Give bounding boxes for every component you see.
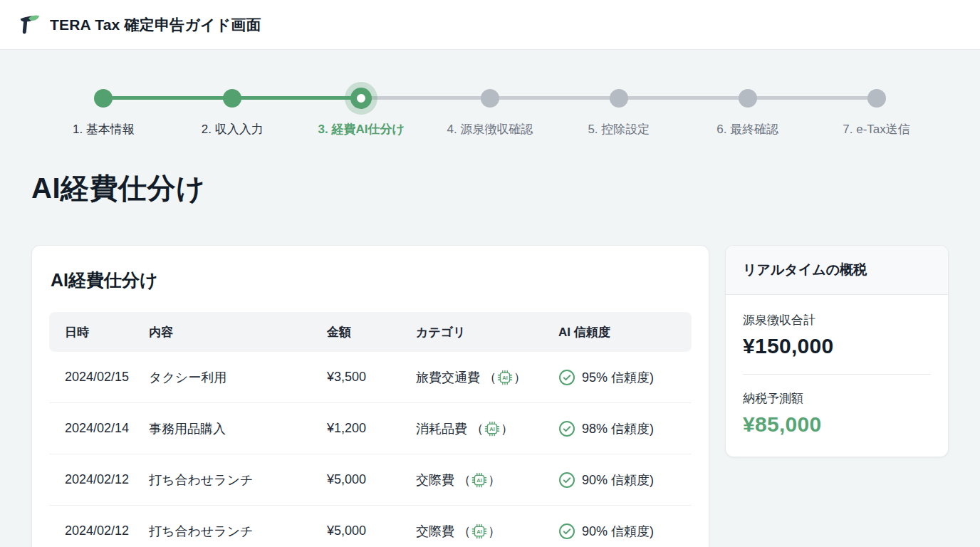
- paren-open: （: [458, 523, 471, 540]
- col-header-description: 内容: [149, 312, 327, 352]
- confidence-label: 90% 信頼度): [582, 472, 654, 489]
- table-header-row: 日時 内容 金額 カテゴリ AI 信頼度: [49, 312, 692, 352]
- expense-confidence: 98% 信頼度): [558, 403, 692, 454]
- expense-card: AI経費仕分け 日時 内容 金額 カテゴリ AI 信頼度 2024/02/15: [31, 245, 709, 547]
- check-circle-icon: [558, 369, 575, 386]
- expense-category: 交際費 （ AI ）: [416, 506, 558, 547]
- expense-row: 2024/02/12 打ち合わせランチ ¥5,000 交際費 （: [49, 454, 692, 506]
- stepper-step[interactable]: 5. 控除設定: [554, 83, 683, 137]
- stepper-step[interactable]: 3. 経費AI仕分け: [297, 83, 426, 137]
- tax-summary-title: リアルタイムの概税: [726, 246, 948, 295]
- col-header-category: カテゴリ: [416, 312, 558, 352]
- expense-category: 交際費 （ AI ）: [416, 454, 558, 505]
- check-circle-icon: [558, 420, 575, 437]
- withholding-label: 源泉徴収合計: [743, 312, 931, 328]
- stepper-step[interactable]: 6. 最終確認: [683, 83, 812, 137]
- expense-row: 2024/02/12 打ち合わせランチ ¥5,000 交際費 （: [49, 506, 692, 547]
- expense-row: 2024/02/14 事務用品購入 ¥1,200 消耗品費 （: [49, 403, 692, 454]
- summary-divider: [743, 374, 931, 375]
- expense-description: タクシー利用: [149, 352, 327, 403]
- category-label: 消耗品費: [416, 420, 467, 437]
- expense-table: 日時 内容 金額 カテゴリ AI 信頼度 2024/02/15 タクシー利用 ¥…: [49, 312, 692, 547]
- stepper-step[interactable]: 7. e-Tax送信: [812, 83, 941, 137]
- tax-summary-body: 源泉徴収合計 ¥150,000 納税予測額 ¥85,000: [726, 295, 948, 457]
- app-header: TERA Tax 確定申告ガイド画面: [0, 0, 980, 50]
- step-label: 3. 経費AI仕分け: [297, 121, 426, 137]
- expense-amount: ¥5,000: [327, 506, 416, 547]
- ai-chip-icon: AI: [484, 421, 500, 437]
- confidence-label: 98% 信頼度): [582, 420, 654, 437]
- check-circle-icon: [558, 523, 575, 540]
- category-label: 交際費: [416, 523, 454, 540]
- svg-text:AI: AI: [489, 425, 495, 432]
- expense-date: 2024/02/12: [49, 454, 149, 506]
- confidence-label: 90% 信頼度): [582, 523, 654, 540]
- expense-amount: ¥1,200: [327, 403, 416, 454]
- paren-close: ）: [488, 523, 501, 540]
- step-label: 6. 最終確認: [683, 121, 812, 137]
- step-label: 1. 基本情報: [39, 121, 168, 137]
- tax-estimate-label: 納税予測額: [743, 390, 931, 407]
- svg-text:AI: AI: [476, 476, 482, 483]
- expense-category: 旅費交通費 （ AI ）: [416, 352, 558, 402]
- progress-stepper: 1. 基本情報 2. 収入入力 3. 経費AI仕分け 4. 源泉徴収確認 5. …: [0, 83, 980, 137]
- expense-row: 2024/02/15 タクシー利用 ¥3,500 旅費交通費 （: [49, 352, 692, 403]
- confidence-label: 95% 信頼度): [582, 369, 654, 386]
- expense-confidence: 90% 信頼度): [558, 506, 692, 547]
- step-label: 5. 控除設定: [554, 121, 683, 137]
- expense-category: 消耗品費 （ AI ）: [416, 403, 558, 454]
- col-header-confidence: AI 信頼度: [558, 312, 692, 352]
- stepper-step[interactable]: 1. 基本情報: [39, 83, 168, 137]
- expense-date: 2024/02/12: [49, 506, 149, 547]
- app-title: TERA Tax 確定申告ガイド画面: [50, 15, 261, 35]
- ai-chip-icon: AI: [471, 523, 487, 539]
- expense-date: 2024/02/14: [49, 403, 149, 454]
- check-circle-icon: [558, 472, 575, 489]
- content-area: AI経費仕分け 日時 内容 金額 カテゴリ AI 信頼度 2024/02/15: [31, 245, 949, 547]
- svg-text:AI: AI: [476, 528, 482, 534]
- tax-summary-card: リアルタイムの概税 源泉徴収合計 ¥150,000 納税予測額 ¥85,000: [725, 245, 949, 457]
- paren-close: ）: [514, 369, 526, 386]
- paren-close: ）: [488, 472, 501, 489]
- col-header-date: 日時: [49, 312, 149, 352]
- col-header-amount: 金額: [327, 312, 416, 352]
- tax-estimate-value: ¥85,000: [743, 412, 931, 437]
- expense-date: 2024/02/15: [49, 352, 149, 403]
- step-label: 4. 源泉徴収確認: [426, 121, 555, 137]
- ai-chip-icon: AI: [497, 370, 513, 385]
- page-title: AI経費仕分け: [31, 169, 980, 208]
- stepper-step[interactable]: 4. 源泉徴収確認: [426, 83, 555, 137]
- paren-open: （: [471, 420, 484, 437]
- tera-tax-logo-icon: [17, 13, 41, 37]
- expense-confidence: 90% 信頼度): [558, 454, 692, 505]
- category-label: 旅費交通費: [416, 369, 480, 386]
- step-label: 7. e-Tax送信: [812, 121, 941, 137]
- stepper-step[interactable]: 2. 収入入力: [168, 83, 297, 137]
- expense-description: 事務用品購入: [149, 403, 327, 454]
- withholding-value: ¥150,000: [743, 334, 931, 358]
- paren-open: （: [484, 369, 496, 386]
- expense-amount: ¥3,500: [327, 352, 416, 403]
- expense-amount: ¥5,000: [327, 454, 416, 506]
- svg-text:AI: AI: [502, 374, 508, 380]
- expense-description: 打ち合わせランチ: [149, 506, 327, 547]
- step-label: 2. 収入入力: [168, 121, 297, 137]
- paren-close: ）: [501, 420, 514, 437]
- expense-card-title: AI経費仕分け: [51, 269, 692, 292]
- step-dot-icon: [812, 83, 941, 114]
- expense-confidence: 95% 信頼度): [558, 352, 692, 402]
- paren-open: （: [458, 472, 471, 489]
- expense-description: 打ち合わせランチ: [149, 454, 327, 506]
- category-label: 交際費: [416, 472, 454, 489]
- ai-chip-icon: AI: [471, 472, 487, 488]
